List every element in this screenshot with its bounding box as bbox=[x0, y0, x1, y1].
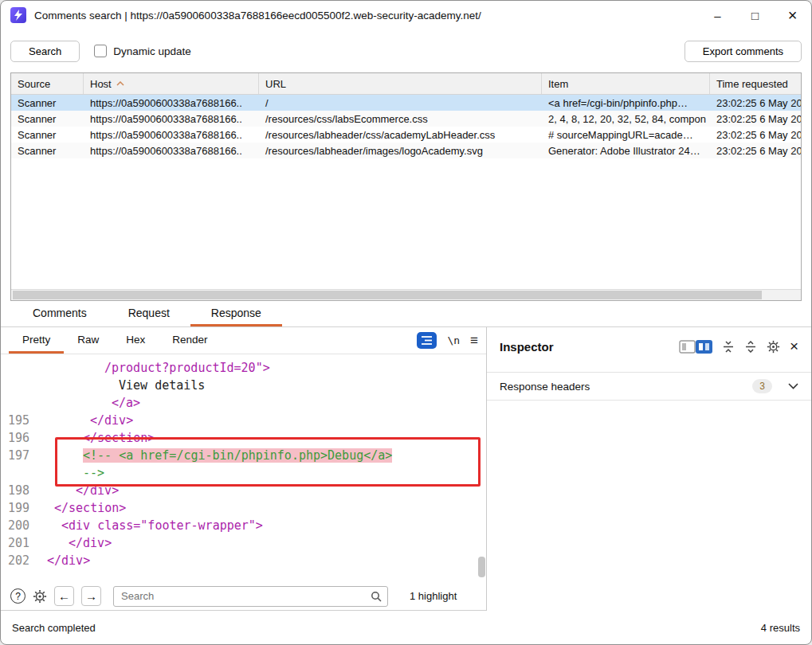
scrollbar-thumb[interactable] bbox=[478, 557, 485, 577]
line-number: 199 bbox=[1, 499, 29, 517]
table-cell-url: /resources/labheader/images/logoAcademy.… bbox=[259, 145, 542, 157]
column-label: URL bbox=[265, 78, 286, 90]
code-line: /product?productId=20"> bbox=[47, 359, 486, 377]
line-number bbox=[1, 394, 29, 412]
tab-hex[interactable]: Hex bbox=[112, 327, 159, 354]
table-cell-url: / bbox=[259, 97, 542, 109]
code-line: </section> bbox=[47, 499, 486, 517]
show-newlines-icon[interactable]: \n bbox=[447, 334, 460, 346]
maximize-icon[interactable]: □ bbox=[736, 1, 774, 29]
column-header-source[interactable]: Source bbox=[11, 73, 84, 94]
results-table: Source Host URL Item Time requested Scan… bbox=[10, 72, 802, 301]
search-button[interactable]: Search bbox=[10, 41, 80, 62]
table-cell-item: # sourceMappingURL=acade… bbox=[542, 129, 710, 141]
editor-search-input[interactable] bbox=[113, 586, 388, 607]
column-label: Source bbox=[18, 78, 50, 90]
next-match-button[interactable]: → bbox=[81, 586, 101, 606]
code-editor[interactable]: 195196197198199200201202 /product?produc… bbox=[1, 354, 486, 582]
column-header-item[interactable]: Item bbox=[542, 73, 710, 94]
tab-render[interactable]: Render bbox=[159, 327, 221, 354]
editor-code: /product?productId=20">View details</a><… bbox=[39, 359, 486, 582]
table-cell-host: https://0a5900600338a7688166.. bbox=[84, 145, 259, 157]
code-line: View details bbox=[47, 377, 486, 394]
column-header-time[interactable]: Time requested bbox=[710, 73, 801, 94]
close-icon[interactable]: × bbox=[774, 1, 811, 29]
dock-right-icon[interactable] bbox=[696, 340, 712, 354]
line-number bbox=[1, 377, 29, 394]
table-cell-source: Scanner bbox=[11, 113, 84, 125]
editor-vertical-scrollbar[interactable] bbox=[477, 354, 485, 582]
code-line: </div> bbox=[47, 412, 486, 429]
editor-gutter: 195196197198199200201202 bbox=[1, 359, 39, 582]
code-line: </section> bbox=[47, 429, 486, 447]
dynamic-update-label: Dynamic update bbox=[113, 45, 191, 57]
table-row[interactable]: Scannerhttps://0a5900600338a7688166../re… bbox=[11, 127, 801, 143]
table-cell-host: https://0a5900600338a7688166.. bbox=[84, 113, 259, 125]
line-number: 201 bbox=[1, 534, 29, 552]
inspector-icons: × bbox=[679, 338, 798, 355]
line-number: 197 bbox=[1, 447, 29, 464]
code-line: </div> bbox=[47, 534, 486, 552]
section-label: Response headers bbox=[500, 381, 590, 393]
magnifier-icon bbox=[371, 591, 382, 605]
table-cell-time: 23:02:25 6 May 20 bbox=[710, 97, 801, 109]
dynamic-update-checkbox[interactable] bbox=[94, 45, 107, 57]
column-header-url[interactable]: URL bbox=[259, 73, 542, 94]
tab-request[interactable]: Request bbox=[108, 301, 190, 326]
minimize-icon[interactable]: – bbox=[699, 1, 736, 29]
status-bar: Search completed 4 results bbox=[1, 611, 811, 644]
export-comments-button[interactable]: Export comments bbox=[685, 41, 802, 62]
code-line: <!-- <a href=/cgi-bin/phpinfo.php>Debug<… bbox=[47, 447, 486, 464]
table-row[interactable]: Scannerhttps://0a5900600338a7688166../re… bbox=[11, 111, 801, 127]
line-number: 200 bbox=[1, 517, 29, 534]
response-headers-section[interactable]: Response headers 3 bbox=[487, 372, 811, 401]
tab-response[interactable]: Response bbox=[190, 301, 282, 326]
tab-comments[interactable]: Comments bbox=[12, 301, 108, 326]
table-cell-source: Scanner bbox=[11, 97, 84, 109]
inspector-panel: Inspector bbox=[487, 327, 811, 611]
column-label: Item bbox=[548, 78, 568, 90]
table-row[interactable]: Scannerhttps://0a5900600338a7688166../re… bbox=[11, 143, 801, 158]
inspector-dock-toggle bbox=[679, 340, 712, 354]
editor-search bbox=[113, 586, 388, 607]
view-tabs: Pretty Raw Hex Render \n ≡ bbox=[1, 327, 486, 354]
tab-raw[interactable]: Raw bbox=[64, 327, 112, 354]
expand-all-icon[interactable] bbox=[744, 341, 757, 353]
table-cell-host: https://0a5900600338a7688166.. bbox=[84, 129, 259, 141]
section-count-badge: 3 bbox=[752, 379, 772, 393]
previous-match-button[interactable]: ← bbox=[54, 586, 74, 606]
table-cell-time: 23:02:25 6 May 20 bbox=[710, 113, 801, 125]
status-message: Search completed bbox=[12, 622, 96, 634]
tab-pretty[interactable]: Pretty bbox=[9, 327, 64, 354]
table-cell-source: Scanner bbox=[11, 145, 84, 157]
lower-split: Pretty Raw Hex Render \n ≡ 1951961971981… bbox=[1, 327, 811, 611]
table-cell-item: 2, 4, 8, 12, 20, 32, 52, 84, compon bbox=[542, 113, 710, 125]
inspector-close-icon[interactable]: × bbox=[790, 338, 798, 355]
search-settings-icon[interactable] bbox=[33, 589, 47, 604]
pretty-print-icon[interactable] bbox=[417, 332, 437, 349]
line-number: 202 bbox=[1, 552, 29, 569]
scrollbar-thumb[interactable] bbox=[13, 291, 762, 299]
line-number: 196 bbox=[1, 429, 29, 447]
dock-bottom-icon[interactable] bbox=[679, 340, 696, 354]
window-title: Comments search | https://0a5900600338a7… bbox=[34, 10, 481, 22]
table-cell-time: 23:02:25 6 May 20 bbox=[710, 129, 801, 141]
horizontal-scrollbar[interactable] bbox=[11, 289, 801, 300]
response-pane: Pretty Raw Hex Render \n ≡ 1951961971981… bbox=[1, 327, 487, 611]
inspector-settings-icon[interactable] bbox=[767, 340, 780, 354]
line-number: 198 bbox=[1, 482, 29, 499]
dynamic-update-option: Dynamic update bbox=[94, 45, 191, 57]
app-lightning-icon bbox=[10, 7, 26, 23]
inspector-title: Inspector bbox=[500, 340, 554, 354]
collapse-all-icon[interactable] bbox=[722, 341, 735, 353]
editor-menu-icon[interactable]: ≡ bbox=[470, 333, 478, 349]
help-icon[interactable]: ? bbox=[10, 588, 25, 604]
column-header-host[interactable]: Host bbox=[84, 73, 259, 94]
code-line: --> bbox=[47, 464, 486, 482]
table-cell-time: 23:02:25 6 May 20 bbox=[710, 145, 801, 157]
result-count: 4 results bbox=[761, 622, 800, 634]
table-row[interactable]: Scannerhttps://0a5900600338a7688166../<a… bbox=[11, 95, 801, 111]
column-label: Host bbox=[90, 78, 112, 90]
line-number bbox=[1, 359, 29, 377]
table-cell-item: Generator: Adobe Illustrator 24… bbox=[542, 145, 710, 157]
